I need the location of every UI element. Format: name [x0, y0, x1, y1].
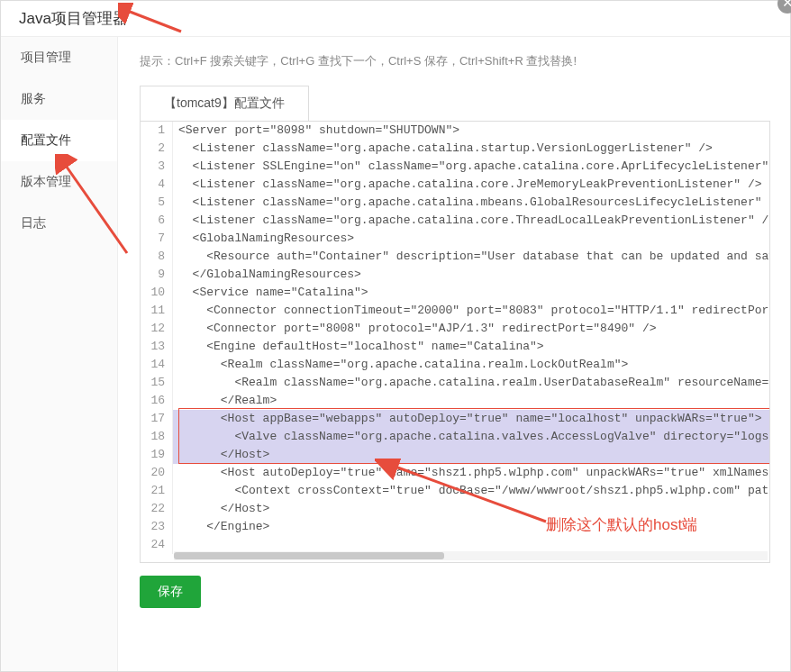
line-number: 16 — [141, 392, 173, 410]
line-number: 9 — [141, 266, 173, 284]
code-line[interactable]: 22 </Host> — [141, 500, 769, 518]
line-content[interactable]: </Host> — [173, 500, 769, 518]
line-content[interactable]: <Valve className="org.apache.catalina.va… — [173, 428, 769, 446]
line-number: 21 — [141, 482, 173, 500]
line-content[interactable]: </Engine> — [173, 518, 769, 536]
line-content[interactable]: <Listener className="org.apache.catalina… — [173, 212, 769, 230]
code-line[interactable]: 5 <Listener className="org.apache.catali… — [141, 194, 769, 212]
keyboard-hint: 提示：Ctrl+F 搜索关键字，Ctrl+G 查找下一个，Ctrl+S 保存，C… — [140, 53, 770, 69]
line-number: 15 — [141, 374, 173, 392]
code-line[interactable]: 20 <Host autoDeploy="true" name="shsz1.p… — [141, 464, 769, 482]
code-line[interactable]: 11 <Connector connectionTimeout="20000" … — [141, 302, 769, 320]
line-content[interactable]: <Engine defaultHost="localhost" name="Ca… — [173, 338, 769, 356]
sidebar-item-0[interactable]: 项目管理 — [1, 37, 117, 78]
line-content[interactable]: <Realm className="org.apache.catalina.re… — [173, 374, 769, 392]
horizontal-scrollbar[interactable] — [174, 551, 768, 560]
line-number: 1 — [141, 122, 173, 140]
line-number: 22 — [141, 500, 173, 518]
code-line[interactable]: 1<Server port="8098" shutdown="SHUTDOWN"… — [141, 122, 769, 140]
line-number: 17 — [141, 410, 173, 428]
line-content[interactable]: <Connector port="8008" protocol="AJP/1.3… — [173, 320, 769, 338]
line-content[interactable]: <Listener className="org.apache.catalina… — [173, 194, 769, 212]
line-number: 11 — [141, 302, 173, 320]
line-content[interactable]: <Server port="8098" shutdown="SHUTDOWN"> — [173, 122, 769, 140]
code-line[interactable]: 15 <Realm className="org.apache.catalina… — [141, 374, 769, 392]
line-number: 10 — [141, 284, 173, 302]
code-editor[interactable]: 1<Server port="8098" shutdown="SHUTDOWN"… — [140, 122, 770, 563]
line-content[interactable]: </Host> — [173, 446, 769, 464]
code-line[interactable]: 3 <Listener SSLEngine="on" className="or… — [141, 158, 769, 176]
line-number: 3 — [141, 158, 173, 176]
line-content[interactable]: <Resource auth="Container" description="… — [173, 248, 769, 266]
line-content[interactable]: <Context crossContext="true" docBase="/w… — [173, 482, 769, 500]
line-content[interactable]: <Listener className="org.apache.catalina… — [173, 176, 769, 194]
code-line[interactable]: 7 <GlobalNamingResources> — [141, 230, 769, 248]
line-content[interactable]: <Host appBase="webapps" autoDeploy="true… — [173, 410, 769, 428]
code-line[interactable]: 14 <Realm className="org.apache.catalina… — [141, 356, 769, 374]
line-number: 18 — [141, 428, 173, 446]
code-line[interactable]: 19 </Host> — [141, 446, 769, 464]
tab-bar: 【tomcat9】配置文件 — [140, 86, 770, 122]
line-number: 19 — [141, 446, 173, 464]
line-content[interactable]: <Realm className="org.apache.catalina.re… — [173, 356, 769, 374]
code-line[interactable]: 13 <Engine defaultHost="localhost" name=… — [141, 338, 769, 356]
code-line[interactable]: 9 </GlobalNamingResources> — [141, 266, 769, 284]
line-number: 14 — [141, 356, 173, 374]
line-number: 23 — [141, 518, 173, 536]
code-line[interactable]: 8 <Resource auth="Container" description… — [141, 248, 769, 266]
sidebar-item-3[interactable]: 版本管理 — [1, 161, 117, 203]
tab-config-file[interactable]: 【tomcat9】配置文件 — [140, 86, 309, 121]
line-number: 7 — [141, 230, 173, 248]
line-content[interactable]: <Connector connectionTimeout="20000" por… — [173, 302, 769, 320]
line-content[interactable]: <Listener SSLEngine="on" className="org.… — [173, 158, 769, 176]
sidebar-item-1[interactable]: 服务 — [1, 78, 117, 120]
line-number: 24 — [141, 536, 173, 554]
line-number: 13 — [141, 338, 173, 356]
code-line[interactable]: 16 </Realm> — [141, 392, 769, 410]
line-number: 6 — [141, 212, 173, 230]
sidebar: 项目管理服务配置文件版本管理日志 — [1, 37, 118, 671]
line-number: 5 — [141, 194, 173, 212]
line-number: 20 — [141, 464, 173, 482]
code-line[interactable]: 12 <Connector port="8008" protocol="AJP/… — [141, 320, 769, 338]
scrollbar-thumb[interactable] — [174, 552, 444, 559]
line-content[interactable]: <Listener className="org.apache.catalina… — [173, 140, 769, 158]
line-content[interactable]: </GlobalNamingResources> — [173, 266, 769, 284]
code-line[interactable]: 17 <Host appBase="webapps" autoDeploy="t… — [141, 410, 769, 428]
code-line[interactable]: 23 </Engine> — [141, 518, 769, 536]
line-content[interactable]: </Realm> — [173, 392, 769, 410]
save-button[interactable]: 保存 — [140, 576, 201, 608]
code-line[interactable]: 21 <Context crossContext="true" docBase=… — [141, 482, 769, 500]
line-content[interactable]: <Host autoDeploy="true" name="shsz1.php5… — [173, 464, 769, 482]
code-line[interactable]: 6 <Listener className="org.apache.catali… — [141, 212, 769, 230]
line-content[interactable]: <GlobalNamingResources> — [173, 230, 769, 248]
line-number: 8 — [141, 248, 173, 266]
code-line[interactable]: 18 <Valve className="org.apache.catalina… — [141, 428, 769, 446]
line-number: 12 — [141, 320, 173, 338]
line-number: 2 — [141, 140, 173, 158]
sidebar-item-4[interactable]: 日志 — [1, 203, 117, 244]
sidebar-item-2[interactable]: 配置文件 — [1, 120, 117, 161]
code-line[interactable]: 4 <Listener className="org.apache.catali… — [141, 176, 769, 194]
window-title: Java项目管理器 — [1, 1, 790, 37]
line-number: 4 — [141, 176, 173, 194]
code-line[interactable]: 10 <Service name="Catalina"> — [141, 284, 769, 302]
line-content[interactable]: <Service name="Catalina"> — [173, 284, 769, 302]
code-line[interactable]: 2 <Listener className="org.apache.catali… — [141, 140, 769, 158]
